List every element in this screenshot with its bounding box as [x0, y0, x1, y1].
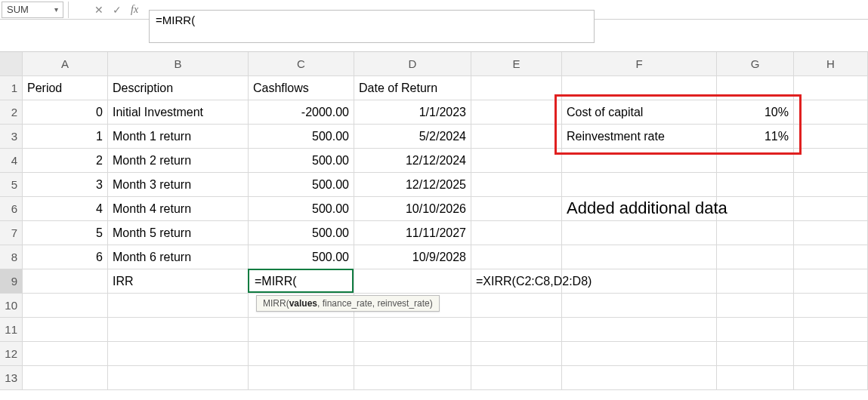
cell-G8[interactable]	[717, 245, 794, 269]
cell-H1[interactable]	[794, 76, 868, 100]
cell-F10[interactable]	[562, 294, 717, 318]
cell-H11[interactable]	[794, 318, 868, 342]
cell-A1[interactable]: Period	[23, 76, 108, 100]
cell-C7[interactable]: 500.00	[249, 221, 354, 245]
cell-B11[interactable]	[108, 318, 249, 342]
cell-A3[interactable]: 1	[23, 125, 108, 149]
col-header-F[interactable]: F	[562, 52, 717, 76]
cell-C1[interactable]: Cashflows	[249, 76, 354, 100]
cell-D4[interactable]: 12/12/2024	[354, 149, 471, 173]
cell-F4[interactable]	[562, 149, 717, 173]
cell-A10[interactable]	[23, 294, 108, 318]
cell-D9[interactable]	[354, 269, 471, 294]
cell-F13[interactable]	[562, 366, 717, 390]
spreadsheet-grid[interactable]: ABCDEFGH1PeriodDescriptionCashflowsDate …	[0, 51, 868, 390]
cell-D12[interactable]	[354, 342, 471, 366]
col-header-E[interactable]: E	[471, 52, 562, 76]
cell-E6[interactable]	[471, 197, 562, 221]
cell-F2[interactable]: Cost of capital	[562, 100, 717, 125]
cell-F5[interactable]	[562, 173, 717, 197]
row-header-13[interactable]: 13	[0, 366, 23, 390]
cell-A2[interactable]: 0	[23, 100, 108, 125]
cell-F12[interactable]	[562, 342, 717, 366]
cell-B4[interactable]: Month 2 return	[108, 149, 249, 173]
cell-E10[interactable]	[471, 294, 562, 318]
fx-icon[interactable]: fx	[131, 5, 138, 15]
cell-H9[interactable]	[794, 269, 868, 294]
cell-C4[interactable]: 500.00	[249, 149, 354, 173]
cell-C13[interactable]	[249, 366, 354, 390]
row-header-10[interactable]: 10	[0, 294, 23, 318]
cell-C6[interactable]: 500.00	[249, 197, 354, 221]
cell-B13[interactable]	[108, 366, 249, 390]
cell-H7[interactable]	[794, 221, 868, 245]
cell-A9[interactable]	[23, 269, 108, 294]
row-header-9[interactable]: 9	[0, 269, 23, 294]
cell-B12[interactable]	[108, 342, 249, 366]
cell-edit-input[interactable]	[253, 269, 349, 293]
cell-H4[interactable]	[794, 149, 868, 173]
cell-H6[interactable]	[794, 197, 868, 221]
cell-E2[interactable]	[471, 100, 562, 125]
cell-G4[interactable]	[717, 149, 794, 173]
cell-A11[interactable]	[23, 318, 108, 342]
col-header-B[interactable]: B	[108, 52, 249, 76]
cell-D8[interactable]: 10/9/2028	[354, 245, 471, 269]
cell-C11[interactable]	[249, 318, 354, 342]
cell-F8[interactable]	[562, 245, 717, 269]
row-header-11[interactable]: 11	[0, 318, 23, 342]
cell-B10[interactable]	[108, 294, 249, 318]
cell-G6[interactable]	[717, 197, 794, 221]
enter-icon[interactable]: ✓	[113, 5, 122, 15]
cell-G9[interactable]	[717, 269, 794, 294]
cell-A4[interactable]: 2	[23, 149, 108, 173]
row-header-4[interactable]: 4	[0, 149, 23, 173]
select-all-corner[interactable]	[0, 52, 23, 76]
cell-B1[interactable]: Description	[108, 76, 249, 100]
cell-D5[interactable]: 12/12/2025	[354, 173, 471, 197]
cell-B7[interactable]: Month 5 return	[108, 221, 249, 245]
formula-bar[interactable]: =MIRR(	[149, 10, 595, 43]
cell-A6[interactable]: 4	[23, 197, 108, 221]
cell-H5[interactable]	[794, 173, 868, 197]
cell-H8[interactable]	[794, 245, 868, 269]
col-header-C[interactable]: C	[249, 52, 354, 76]
cell-E4[interactable]	[471, 149, 562, 173]
cell-G12[interactable]	[717, 342, 794, 366]
cell-G5[interactable]	[717, 173, 794, 197]
name-box[interactable]: SUM ▾	[2, 2, 63, 18]
row-header-1[interactable]: 1	[0, 76, 23, 100]
col-header-G[interactable]: G	[717, 52, 794, 76]
cell-F11[interactable]	[562, 318, 717, 342]
cell-C8[interactable]: 500.00	[249, 245, 354, 269]
cell-D2[interactable]: 1/1/2023	[354, 100, 471, 125]
row-header-2[interactable]: 2	[0, 100, 23, 125]
cell-B6[interactable]: Month 4 return	[108, 197, 249, 221]
cell-G10[interactable]	[717, 294, 794, 318]
cell-G3[interactable]: 11%	[717, 125, 794, 149]
cell-D1[interactable]: Date of Return	[354, 76, 471, 100]
cancel-icon[interactable]: ✕	[94, 5, 103, 15]
cell-B9[interactable]: IRR	[108, 269, 249, 294]
row-header-6[interactable]: 6	[0, 197, 23, 221]
cell-D13[interactable]	[354, 366, 471, 390]
cell-D11[interactable]	[354, 318, 471, 342]
cell-C2[interactable]: -2000.00	[249, 100, 354, 125]
cell-E1[interactable]	[471, 76, 562, 100]
cell-G13[interactable]	[717, 366, 794, 390]
cell-B2[interactable]: Initial Investment	[108, 100, 249, 125]
cell-A5[interactable]: 3	[23, 173, 108, 197]
cell-G11[interactable]	[717, 318, 794, 342]
cell-E13[interactable]	[471, 366, 562, 390]
cell-H13[interactable]	[794, 366, 868, 390]
cell-E11[interactable]	[471, 318, 562, 342]
row-header-3[interactable]: 3	[0, 125, 23, 149]
cell-C3[interactable]: 500.00	[249, 125, 354, 149]
cell-C12[interactable]	[249, 342, 354, 366]
cell-E3[interactable]	[471, 125, 562, 149]
cell-B5[interactable]: Month 3 return	[108, 173, 249, 197]
cell-C9[interactable]	[249, 269, 354, 294]
cell-G1[interactable]	[717, 76, 794, 100]
cell-E12[interactable]	[471, 342, 562, 366]
cell-A12[interactable]	[23, 342, 108, 366]
